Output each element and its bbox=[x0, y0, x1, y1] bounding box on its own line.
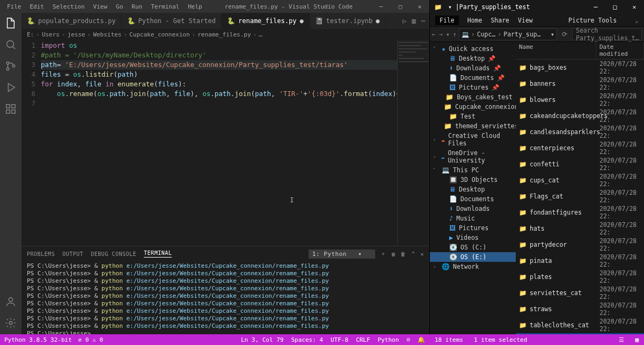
file-row-fondantfigures[interactable]: 📁fondantfigures 2020/07/28 22: bbox=[516, 204, 644, 221]
code-editor[interactable]: 1234567 import os#path = '/Users/myName/… bbox=[21, 40, 429, 246]
encoding-info[interactable]: UTF-8 bbox=[331, 336, 348, 343]
source-control-icon[interactable] bbox=[5, 60, 17, 72]
addr-seg[interactable]: Party_sup… bbox=[503, 31, 540, 38]
nav-item-pictures[interactable]: 🖼Pictures 📌 bbox=[430, 83, 516, 92]
file-row-centerpieces[interactable]: 📁centerpieces 2020/07/28 22: bbox=[516, 140, 644, 156]
nav-item-os-e-[interactable]: 💽OS (E:) bbox=[430, 252, 516, 262]
col-date-header[interactable]: Date modified bbox=[596, 42, 644, 59]
ribbon-chevron-icon[interactable]: ⌄ bbox=[635, 17, 639, 24]
terminal[interactable]: PS C:\Users\jesse> & python e:/Users/jes… bbox=[21, 261, 429, 334]
notifications-icon[interactable]: 🔔 bbox=[418, 336, 425, 343]
extensions-icon[interactable] bbox=[5, 103, 17, 115]
nav-item-themed_serviettes[interactable]: 📁themed_serviettes bbox=[430, 121, 516, 131]
file-row-pinata[interactable]: 📁pinata 2020/07/28 22: bbox=[516, 253, 644, 269]
nav-item-downloads[interactable]: ⬇Downloads 📌 bbox=[430, 63, 516, 73]
code-line[interactable]: path= 'E:/Users/jesse/Websites/Cupcake_c… bbox=[41, 60, 397, 70]
close-button[interactable]: ✕ bbox=[410, 0, 429, 13]
nav-item-downloads[interactable]: ⬇Downloads bbox=[430, 204, 516, 214]
refresh-button[interactable]: ⟳ bbox=[559, 31, 570, 38]
expand-chevron-icon[interactable]: ˅ bbox=[433, 46, 438, 52]
nav-item-onedrive-university[interactable]: ›☁OneDrive - University bbox=[430, 148, 516, 165]
menu-item-selection[interactable]: Selection bbox=[49, 2, 89, 11]
breadcrumb-seg[interactable]: rename_files.py bbox=[197, 31, 251, 38]
ribbon-tab-home[interactable]: Home bbox=[467, 17, 482, 24]
split-terminal-icon[interactable]: ▥ bbox=[392, 251, 396, 257]
code-line[interactable]: #path = '/Users/myName/Desktop/directory… bbox=[41, 50, 397, 60]
menu-item-go[interactable]: Go bbox=[112, 2, 127, 11]
expand-chevron-icon[interactable]: › bbox=[433, 137, 438, 142]
code-line[interactable]: for index, file in enumerate(files): bbox=[41, 79, 397, 89]
up-button[interactable]: ↑ bbox=[453, 31, 457, 38]
panel-chevron-icon[interactable]: ^ bbox=[412, 251, 415, 257]
gear-icon[interactable] bbox=[5, 317, 17, 329]
close-panel-icon[interactable]: ✕ bbox=[420, 251, 424, 257]
panel-tab-terminal[interactable]: TERMINAL bbox=[144, 250, 172, 258]
indent-info[interactable]: Spaces: 4 bbox=[291, 336, 323, 343]
nav-item-this-pc[interactable]: ˅💻This PC bbox=[430, 165, 516, 175]
file-row-confetti[interactable]: 📁confetti 2020/07/28 22: bbox=[516, 156, 644, 172]
breadcrumb-seg[interactable]: Websites bbox=[93, 31, 121, 38]
back-button[interactable]: ← bbox=[432, 31, 436, 38]
ribbon-tool-tab[interactable]: Picture Tools bbox=[568, 17, 617, 24]
file-row-hats[interactable]: 📁hats 2020/07/28 22: bbox=[516, 221, 644, 237]
file-row-cakeandcupcaketoppers[interactable]: 📁cakeandcupcaketoppers 2020/07/28 22: bbox=[516, 108, 644, 124]
maximize-button[interactable]: □ bbox=[605, 0, 625, 14]
panel-tab-output[interactable]: OUTPUT bbox=[62, 251, 83, 257]
file-row-partydecor[interactable]: 📁partydecor 2020/07/28 22: bbox=[516, 237, 644, 253]
nav-item-3d-objects[interactable]: 🔲3D Objects bbox=[430, 175, 516, 185]
nav-item-os-c-[interactable]: 💽OS (C:) bbox=[430, 243, 516, 252]
tab-tester-ipynb[interactable]: 📓tester.ipynb ● bbox=[310, 13, 386, 29]
expand-chevron-icon[interactable]: ˅ bbox=[433, 167, 438, 173]
run-icon[interactable]: ▷ bbox=[402, 17, 406, 25]
menu-item-edit[interactable]: Edit bbox=[26, 2, 48, 11]
code-area[interactable]: import os#path = '/Users/myName/Desktop/… bbox=[41, 40, 397, 246]
code-line[interactable]: import os bbox=[41, 41, 397, 50]
menu-item-file[interactable]: File bbox=[3, 2, 25, 11]
expand-chevron-icon[interactable]: › bbox=[433, 264, 438, 269]
tab-python-get-started[interactable]: 🐍Python - Get Started bbox=[122, 13, 222, 29]
nav-item-quick-access[interactable]: ˅★Quick access bbox=[430, 44, 516, 54]
file-row-straws[interactable]: 📁straws 2020/07/28 22: bbox=[516, 301, 644, 317]
minimize-button[interactable]: ─ bbox=[371, 0, 391, 13]
breadcrumb-seg[interactable]: Users bbox=[42, 31, 60, 38]
file-row-tableclothes_cat[interactable]: 📁tableclothes_cat 2020/07/28 22: bbox=[516, 317, 644, 333]
nav-item-boys_cakes_test[interactable]: 📁Boys_cakes_test bbox=[430, 92, 516, 102]
ribbon-tab-file[interactable]: File bbox=[435, 16, 459, 25]
python-version[interactable]: Python 3.8.5 32-bit bbox=[4, 336, 72, 343]
file-row-candlesandsparklers[interactable]: 📁candlesandsparklers 2020/07/28 22: bbox=[516, 124, 644, 140]
new-terminal-icon[interactable]: ＋ bbox=[380, 250, 386, 258]
col-name-header[interactable]: Name bbox=[516, 42, 596, 59]
file-row-serviettes_cat[interactable]: 📁serviettes_cat 2020/07/28 22: bbox=[516, 285, 644, 301]
recent-chevron-icon[interactable]: ▾ bbox=[446, 31, 450, 38]
debug-icon[interactable] bbox=[5, 82, 17, 93]
language-mode[interactable]: Python bbox=[378, 336, 399, 343]
split-editor-icon[interactable]: ▥ bbox=[412, 17, 416, 25]
panel-tab-debug-console[interactable]: DEBUG CONSOLE bbox=[91, 251, 136, 257]
nav-item-desktop[interactable]: 🖥Desktop 📌 bbox=[430, 54, 516, 63]
code-line[interactable]: files = os.listdir(path) bbox=[41, 70, 397, 79]
terminal-select[interactable]: 1: Python ▾ bbox=[309, 249, 376, 259]
nav-item-music[interactable]: ♪Music bbox=[430, 214, 516, 223]
ribbon-tab-view[interactable]: View bbox=[518, 17, 533, 24]
breadcrumb-seg[interactable]: E: bbox=[27, 31, 34, 38]
close-button[interactable]: ✕ bbox=[625, 0, 644, 14]
thumbs-view-icon[interactable]: ▦ bbox=[635, 336, 639, 343]
cursor-position[interactable]: Ln 3, Col 79 bbox=[241, 336, 283, 343]
eol-info[interactable]: CRLF bbox=[356, 336, 370, 343]
panel-tab-problems[interactable]: PROBLEMS bbox=[27, 251, 55, 257]
file-row-plates[interactable]: 📁plates 2020/07/28 22: bbox=[516, 269, 644, 285]
minimize-button[interactable]: ─ bbox=[586, 0, 605, 14]
expand-chevron-icon[interactable]: › bbox=[433, 154, 437, 159]
file-row-Flags_cat[interactable]: 📁Flags_cat 2020/07/28 22: bbox=[516, 188, 644, 204]
more-icon[interactable]: ⋯ bbox=[421, 17, 425, 25]
kill-terminal-icon[interactable]: 🗑 bbox=[400, 251, 406, 257]
file-row-banners[interactable]: 📁banners 2020/07/28 22: bbox=[516, 76, 644, 92]
tab-populate_products-py[interactable]: 🐍populate_products.py bbox=[21, 13, 122, 29]
minimap[interactable] bbox=[397, 40, 429, 246]
dropdown-chevron-icon[interactable]: ▾ bbox=[551, 31, 554, 38]
nav-item-documents[interactable]: 📄Documents 📌 bbox=[430, 73, 516, 83]
nav-item-creative-cloud-files[interactable]: ›☁Creative Cloud Files bbox=[430, 131, 516, 148]
breadcrumb-seg[interactable]: Cupcake_connexion bbox=[129, 31, 190, 38]
breadcrumb[interactable]: E: › Users › jesse › Websites › Cupcake_… bbox=[21, 29, 429, 40]
menu-item-terminal[interactable]: Terminal bbox=[147, 2, 183, 11]
